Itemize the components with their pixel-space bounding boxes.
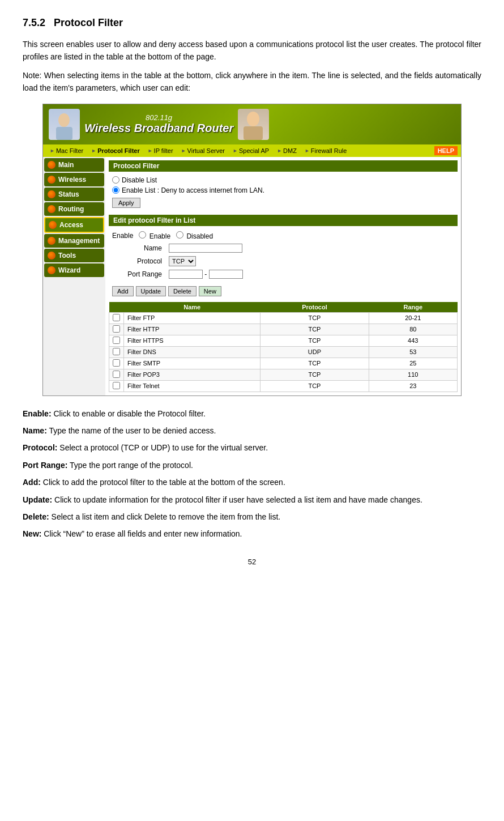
edit-section-title: Edit protocol Filter in List xyxy=(109,215,458,226)
table-row: Filter SMTP TCP 25 xyxy=(109,358,458,369)
table-row: Filter DNS UDP 53 xyxy=(109,346,458,358)
name-input[interactable] xyxy=(169,244,242,253)
router-header: 802.11g Wireless Broadband Router xyxy=(43,104,461,144)
description-item: Enable: Click to enable or disable the P… xyxy=(23,407,481,420)
sidebar-label-status: Status xyxy=(58,190,79,198)
sidebar-item-wireless[interactable]: Wireless xyxy=(44,173,104,186)
add-button[interactable]: Add xyxy=(112,286,134,296)
nav-ip-filter[interactable]: ► IP filter xyxy=(144,146,177,155)
sidebar-item-wizard[interactable]: Wizard xyxy=(44,263,104,277)
nav-mac-filter[interactable]: ► Mac Filter xyxy=(46,146,87,155)
port-range-start-input[interactable] xyxy=(169,270,203,279)
description-item: Protocol: Select a protocol (TCP or UDP)… xyxy=(23,441,481,454)
new-button[interactable]: New xyxy=(199,286,221,296)
nav-protocol-filter[interactable]: ► Protocol Filter xyxy=(88,146,143,155)
disabled-radio-label: Disabled xyxy=(176,231,213,240)
protocol-select[interactable]: TCP UDP xyxy=(169,256,196,266)
sidebar-item-status[interactable]: Status xyxy=(44,188,104,201)
disable-list-label: Disable List xyxy=(122,176,157,184)
table-row: Filter HTTPS TCP 443 xyxy=(109,335,458,346)
desc-term: New: xyxy=(23,529,41,538)
row-name: Filter POP3 xyxy=(124,369,260,380)
disable-list-radio[interactable] xyxy=(112,176,119,184)
sidebar: Main Wireless Status Routing Access Mana… xyxy=(43,157,105,395)
row-checkbox-cell xyxy=(109,335,124,346)
brand-main: Wireless Broadband Router xyxy=(84,122,233,135)
sidebar-label-wizard: Wizard xyxy=(58,266,80,274)
desc-term: Update: xyxy=(23,495,52,504)
nav-virtual-server[interactable]: ► Virtual Server xyxy=(178,146,228,155)
sidebar-label-routing: Routing xyxy=(58,205,84,213)
sidebar-label-access: Access xyxy=(59,221,83,229)
disable-list-row: Disable List xyxy=(109,175,458,185)
col-range: Range xyxy=(369,302,457,313)
protocol-filter-title: Protocol Filter xyxy=(109,160,458,172)
nav-bar: ► Mac Filter ► Protocol Filter ► IP filt… xyxy=(43,144,461,157)
row-checkbox[interactable] xyxy=(113,314,120,321)
row-checkbox[interactable] xyxy=(113,382,120,389)
delete-button[interactable]: Delete xyxy=(168,286,197,296)
person-right-image xyxy=(238,109,269,140)
row-protocol: TCP xyxy=(260,369,369,380)
port-range-label: Port Range xyxy=(109,268,165,280)
sidebar-item-access[interactable]: Access xyxy=(44,217,104,233)
row-protocol: TCP xyxy=(260,335,369,346)
row-name: Filter DNS xyxy=(124,346,260,358)
row-checkbox[interactable] xyxy=(113,348,120,355)
desc-text: Select a protocol (TCP or UDP) to use fo… xyxy=(57,443,268,452)
desc-text: Click to add the protocol filter to the … xyxy=(41,478,285,487)
bullet-icon xyxy=(48,176,55,184)
bullet-icon xyxy=(48,190,55,198)
desc-term: Enable: xyxy=(23,409,52,418)
row-protocol: TCP xyxy=(260,324,369,335)
row-range: 23 xyxy=(369,380,457,392)
sidebar-item-tools[interactable]: Tools xyxy=(44,249,104,262)
description-item: Name: Type the name of the user to be de… xyxy=(23,424,481,437)
note-paragraph: Note: When selecting items in the table … xyxy=(23,69,481,95)
nav-special-ap[interactable]: ► Special AP xyxy=(229,146,272,155)
sidebar-label-main: Main xyxy=(58,161,74,169)
router-screenshot: 802.11g Wireless Broadband Router ► Mac … xyxy=(42,104,462,396)
port-range-end-input[interactable] xyxy=(209,270,243,279)
row-checkbox[interactable] xyxy=(113,359,120,367)
row-checkbox-cell xyxy=(109,346,124,358)
enable-list-radio[interactable] xyxy=(112,186,119,194)
name-row: Name xyxy=(109,242,458,254)
apply-btn-row: Apply xyxy=(109,195,458,210)
sidebar-item-main[interactable]: Main xyxy=(44,158,104,172)
enable-radio-label: Enable xyxy=(139,231,170,240)
sidebar-item-routing[interactable]: Routing xyxy=(44,202,104,216)
svg-point-2 xyxy=(247,112,259,126)
row-checkbox[interactable] xyxy=(113,371,120,378)
apply-button[interactable]: Apply xyxy=(112,198,140,208)
row-range: 443 xyxy=(369,335,457,346)
page-footer: 52 xyxy=(23,558,481,566)
desc-term: Name: xyxy=(23,426,47,435)
disabled-radio[interactable] xyxy=(176,231,183,239)
svg-rect-1 xyxy=(56,127,72,140)
enable-radio[interactable] xyxy=(139,231,146,239)
row-name: Filter HTTP xyxy=(124,324,260,335)
bullet-icon xyxy=(48,205,55,213)
help-button[interactable]: HELP xyxy=(434,146,458,155)
col-name: Name xyxy=(124,302,260,313)
nav-firewall-rule[interactable]: ► Firewall Rule xyxy=(301,146,351,155)
row-protocol: TCP xyxy=(260,312,369,324)
desc-term: Port Range: xyxy=(23,461,67,470)
description-item: Add: Click to add the protocol filter to… xyxy=(23,476,481,488)
person-left-image xyxy=(49,109,80,140)
row-name: Filter FTP xyxy=(124,312,260,324)
col-protocol: Protocol xyxy=(260,302,369,313)
row-protocol: TCP xyxy=(260,358,369,369)
row-checkbox[interactable] xyxy=(113,337,120,344)
nav-dmz[interactable]: ► DMZ xyxy=(274,146,300,155)
bullet-icon xyxy=(48,266,55,274)
sidebar-item-management[interactable]: Management xyxy=(44,234,104,248)
update-button[interactable]: Update xyxy=(136,286,166,296)
row-checkbox-cell xyxy=(109,312,124,324)
row-range: 80 xyxy=(369,324,457,335)
row-checkbox[interactable] xyxy=(113,325,120,333)
action-buttons: Add Update Delete New xyxy=(109,284,458,299)
sidebar-label-wireless: Wireless xyxy=(58,176,86,184)
row-name: Filter SMTP xyxy=(124,358,260,369)
